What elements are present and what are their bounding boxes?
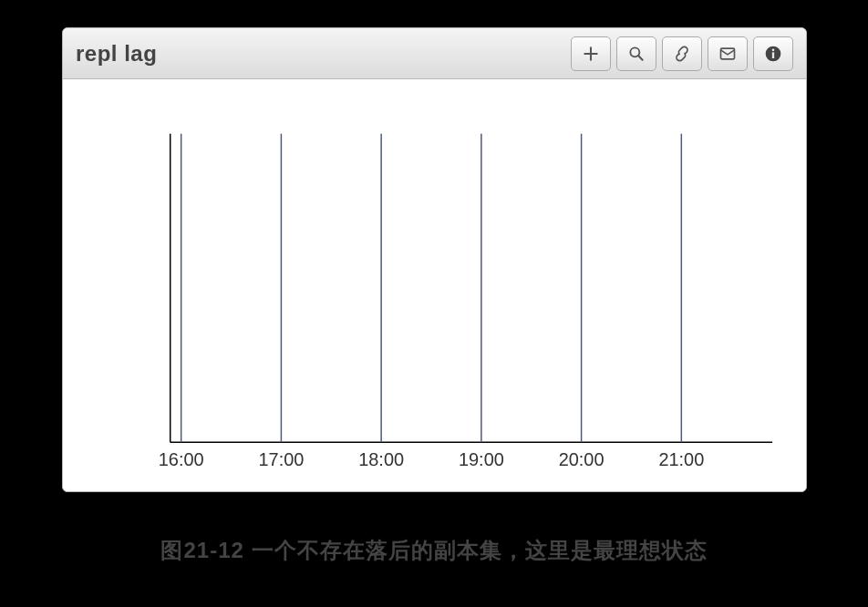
svg-text:18:00: 18:00: [358, 449, 404, 469]
search-icon: [627, 45, 646, 63]
svg-text:20:00: 20:00: [559, 449, 604, 469]
svg-text:16:00: 16:00: [159, 449, 204, 469]
mail-icon: [718, 45, 737, 63]
info-icon: [764, 45, 782, 63]
chart-panel: repl lag: [62, 27, 807, 492]
info-button[interactable]: [753, 36, 793, 71]
svg-text:21:00: 21:00: [658, 449, 704, 469]
svg-point-4: [772, 48, 775, 51]
chart-area: 16:0017:0018:0019:0020:0021:00: [63, 79, 806, 491]
figure-caption: 图21-12 一个不存在落后的副本集，这里是最理想状态: [0, 536, 868, 565]
add-button[interactable]: [571, 36, 611, 71]
plus-icon: [582, 45, 600, 63]
zoom-button[interactable]: [616, 36, 656, 71]
link-button[interactable]: [662, 36, 702, 71]
svg-rect-3: [772, 52, 774, 58]
link-icon: [673, 45, 691, 63]
panel-toolbar: [571, 36, 793, 71]
svg-text:17:00: 17:00: [258, 449, 304, 469]
chart-svg: 16:0017:0018:0019:0020:0021:00: [63, 79, 806, 491]
panel-title: repl lag: [76, 41, 157, 67]
mail-button[interactable]: [708, 36, 748, 71]
panel-header: repl lag: [63, 28, 806, 79]
svg-text:19:00: 19:00: [459, 449, 504, 469]
